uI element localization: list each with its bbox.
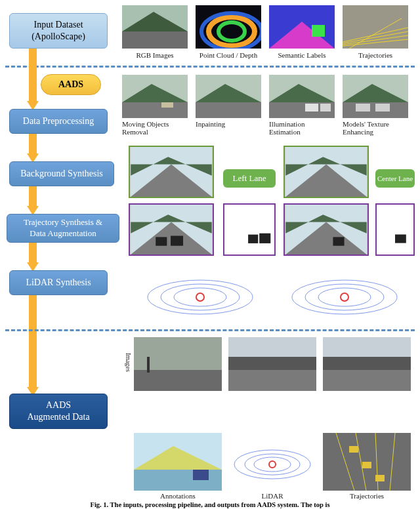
input-dataset-box: Input Dataset (ApolloScape) (9, 13, 108, 49)
svg-rect-40 (248, 235, 258, 243)
cap-out-annot: Annotations (134, 492, 222, 500)
dashed-sep-top (5, 66, 415, 68)
out-img-1 (134, 337, 222, 391)
cap-pointcloud: Point Cloud / Depth (196, 51, 261, 59)
center-lane-badge: Center Lane (375, 169, 415, 188)
step-traj-synthesis: Trajectory Synthesis & Data Augmentation (7, 214, 119, 243)
svg-rect-82 (362, 462, 371, 468)
svg-point-57 (341, 293, 348, 301)
out-annotations (134, 433, 222, 491)
thumb-lidar-right (282, 261, 407, 324)
left-lane-badge: Left Lane (223, 169, 276, 188)
thumb-pointcloud (196, 5, 261, 49)
thumb-traj-left-cars (223, 203, 276, 256)
thumb-center-lane (284, 146, 369, 198)
arrow-stem-5 (29, 295, 37, 387)
svg-rect-66 (323, 370, 411, 391)
cap-semantic: Semantic Labels (269, 51, 335, 59)
cap-rgb: RGB Images (122, 51, 188, 59)
svg-rect-63 (228, 370, 316, 391)
svg-rect-26 (356, 104, 370, 112)
thumb-traj-center (284, 203, 369, 256)
figure-caption: Fig. 1. The inputs, processing pipeline,… (0, 501, 420, 508)
svg-rect-70 (193, 470, 209, 480)
arrow-stem-2 (29, 134, 37, 153)
cap-inpainting: Inpainting (196, 120, 261, 128)
svg-rect-12 (122, 102, 188, 118)
out-lidar (228, 433, 316, 491)
thumb-trajectories (343, 5, 408, 49)
svg-rect-9 (312, 25, 325, 37)
svg-rect-81 (349, 446, 358, 453)
step-lidar-synthesis: LiDAR Synthesis (9, 270, 108, 295)
arrow-stem-3 (29, 186, 37, 206)
svg-rect-38 (171, 236, 183, 246)
svg-rect-65 (323, 357, 411, 370)
dashed-sep-bottom (5, 329, 415, 331)
thumb-left-lane (129, 146, 214, 198)
svg-rect-46 (377, 205, 413, 254)
svg-rect-37 (156, 237, 167, 245)
arrow-stem-4 (29, 243, 37, 262)
out-trajectories (323, 433, 411, 491)
arrow-stem-1 (29, 49, 37, 101)
out-img-2 (228, 337, 316, 391)
thumb-inpainting (196, 75, 261, 118)
step-bg-synthesis: Background Synthesis (9, 161, 114, 186)
thumb-texture (343, 75, 408, 118)
svg-rect-16 (196, 102, 261, 118)
final-output-box: AADS Augmented Data (9, 394, 108, 429)
thumb-rgb (122, 5, 188, 49)
cap-illum: Illumination Estimation (269, 120, 335, 136)
step-preprocessing: Data Preprocessing (9, 109, 108, 134)
out-img-3 (323, 337, 411, 391)
thumb-lidar-left (138, 261, 262, 324)
svg-rect-21 (305, 104, 318, 112)
vcap-images: Images (125, 353, 132, 372)
cap-texture: Models' Texture Enhancing (343, 120, 408, 136)
svg-rect-41 (259, 234, 270, 243)
cap-moving: Moving Objects Removal (122, 120, 188, 136)
figure-wrapper: RGB Images Point Cloud / Depth Semantic … (0, 0, 420, 509)
aads-pill: AADS (41, 74, 101, 95)
svg-rect-27 (375, 104, 390, 112)
svg-rect-39 (224, 205, 274, 254)
svg-rect-1 (122, 31, 188, 49)
thumb-moving-removal (122, 75, 188, 118)
svg-rect-60 (147, 357, 150, 373)
svg-rect-45 (333, 237, 344, 245)
svg-rect-22 (320, 104, 331, 112)
thumb-traj-left (129, 203, 214, 256)
thumb-semantic (269, 5, 335, 49)
thumb-traj-center-cars (375, 203, 415, 256)
cap-out-traj: Trajectories (323, 492, 411, 500)
svg-rect-59 (134, 370, 222, 391)
cap-trajectories: Trajectories (343, 51, 408, 59)
cap-out-lidar: LiDAR (228, 492, 316, 500)
svg-rect-62 (228, 357, 316, 370)
svg-rect-10 (343, 5, 408, 49)
svg-point-75 (269, 461, 276, 468)
thumb-illumination (269, 75, 335, 118)
svg-rect-47 (395, 234, 406, 243)
svg-point-52 (196, 293, 204, 301)
svg-rect-83 (375, 475, 385, 481)
